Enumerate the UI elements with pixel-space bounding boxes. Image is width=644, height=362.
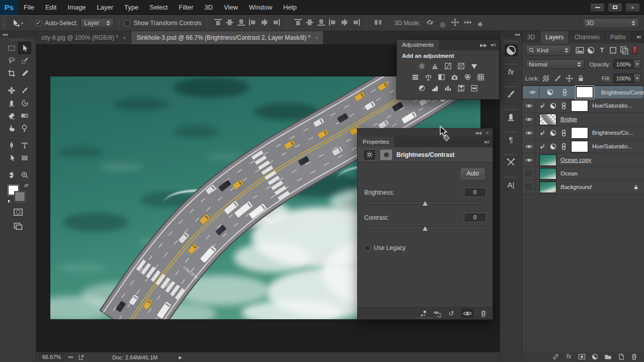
filter-kind-dropdown[interactable]: Kind bbox=[525, 45, 572, 56]
close-button[interactable]: × bbox=[625, 3, 640, 12]
image-filter-icon[interactable] bbox=[575, 46, 585, 55]
panel-tab-3d[interactable]: 3D bbox=[522, 31, 540, 43]
distribute-right-edges[interactable] bbox=[352, 19, 360, 26]
layer-visibility-toggle[interactable] bbox=[522, 140, 536, 153]
type-filter-icon[interactable]: T bbox=[597, 46, 607, 55]
lasso-tool[interactable] bbox=[5, 54, 18, 67]
blend-mode-dropdown[interactable]: Normal bbox=[525, 59, 585, 69]
contrast-value-field[interactable]: 0 bbox=[464, 213, 486, 222]
fill-field[interactable]: 100% ▼ bbox=[613, 73, 641, 83]
lock-move-icon[interactable] bbox=[565, 74, 574, 82]
curves-adjustment-button[interactable] bbox=[443, 61, 453, 71]
color-lookup-adjustment-button[interactable] bbox=[475, 72, 486, 82]
dock-button-character[interactable]: A| bbox=[500, 173, 522, 196]
align-bottom-edges[interactable] bbox=[237, 19, 246, 26]
screen-mode-button[interactable] bbox=[13, 221, 23, 231]
scale-3d-icon[interactable]: ❖ bbox=[475, 20, 485, 29]
layer-visibility-toggle[interactable] bbox=[522, 153, 536, 166]
menu-file[interactable]: File bbox=[18, 4, 40, 11]
layer-row[interactable]: Background bbox=[522, 180, 644, 194]
smudge-tool[interactable] bbox=[5, 122, 18, 134]
adjustment-filter-icon[interactable] bbox=[586, 46, 596, 55]
dock-button-styles[interactable]: fx bbox=[500, 60, 522, 83]
eraser-tool[interactable] bbox=[5, 109, 18, 122]
auto-select-target-dropdown[interactable]: Layer bbox=[80, 18, 114, 28]
lock-all-icon[interactable] bbox=[577, 74, 585, 82]
rectangle-tool[interactable] bbox=[18, 151, 31, 164]
menu-type[interactable]: Type bbox=[119, 4, 144, 11]
distribute-horizontal-centers[interactable] bbox=[340, 19, 349, 26]
menu-edit[interactable]: Edit bbox=[40, 4, 62, 11]
brightness-value-field[interactable]: 0 bbox=[464, 188, 486, 197]
menu-select[interactable]: Select bbox=[144, 4, 173, 11]
current-tool-chip[interactable]: ▾ bbox=[10, 19, 25, 28]
add-layer-mask-icon[interactable] bbox=[578, 353, 586, 360]
roll-3d-icon[interactable]: ◎ bbox=[438, 20, 447, 29]
levels-adjustment-button[interactable] bbox=[430, 61, 440, 71]
view-previous-state-icon[interactable] bbox=[433, 310, 441, 317]
panel-tab-paths[interactable]: Paths bbox=[605, 31, 631, 43]
menu-layer[interactable]: Layer bbox=[92, 4, 119, 11]
hand-tool[interactable] bbox=[5, 168, 18, 181]
selective-color-adjustment-button[interactable] bbox=[469, 83, 479, 93]
layer-mask-thumbnail[interactable] bbox=[576, 86, 593, 98]
layer-visibility-toggle[interactable] bbox=[522, 113, 536, 126]
align-left-edges[interactable] bbox=[249, 19, 257, 26]
brightness-slider[interactable] bbox=[364, 199, 486, 206]
panel-menu-icon[interactable]: ▾≡ bbox=[491, 42, 496, 48]
align-vertical-centers[interactable] bbox=[225, 19, 234, 26]
menu-3d[interactable]: 3D bbox=[199, 4, 218, 11]
clip-to-layer-icon[interactable] bbox=[419, 310, 427, 317]
new-group-icon[interactable] bbox=[604, 353, 612, 360]
layer-row[interactable]: Ocean copy bbox=[522, 153, 644, 167]
layer-visibility-toggle[interactable] bbox=[522, 126, 536, 139]
quick-mask-button[interactable] bbox=[13, 207, 23, 217]
layer-visibility-toggle[interactable] bbox=[522, 167, 536, 180]
layer-mask-thumbnail[interactable] bbox=[571, 141, 588, 152]
crop-tool[interactable] bbox=[5, 67, 18, 79]
tab-adjustments[interactable]: Adjustments bbox=[397, 40, 439, 50]
threshold-adjustment-button[interactable] bbox=[443, 83, 453, 93]
layer-mask-thumbnail[interactable] bbox=[571, 100, 588, 112]
layer-thumbnail[interactable] bbox=[539, 114, 556, 125]
tools-grip[interactable] bbox=[12, 39, 25, 41]
default-colors-icon[interactable] bbox=[8, 200, 13, 204]
smart-filter-icon[interactable] bbox=[619, 46, 629, 55]
link-layers-icon[interactable] bbox=[552, 353, 559, 360]
hue-saturation-adjustment-button[interactable] bbox=[410, 72, 421, 82]
distribute-vertical-centers[interactable] bbox=[305, 19, 314, 26]
gradient-tool[interactable] bbox=[18, 109, 31, 122]
slide-3d-icon[interactable] bbox=[463, 18, 472, 27]
menu-window[interactable]: Window bbox=[244, 4, 278, 11]
expand-panels-button[interactable]: ◀◀ bbox=[500, 31, 522, 38]
pan-3d-icon[interactable] bbox=[450, 18, 460, 27]
dock-button-tool-presets[interactable] bbox=[500, 151, 522, 173]
brightness-contrast-icon[interactable] bbox=[363, 149, 376, 160]
align-horizontal-centers[interactable] bbox=[260, 19, 269, 26]
distribute-top-edges[interactable] bbox=[294, 19, 302, 26]
close-panel-icon[interactable]: × bbox=[486, 130, 489, 136]
path-select-tool[interactable] bbox=[5, 151, 18, 164]
gradient-map-adjustment-button[interactable] bbox=[456, 83, 466, 93]
layer-row[interactable]: Brightness/Contr... bbox=[522, 85, 644, 99]
layer-style-icon[interactable]: fx bbox=[565, 353, 573, 360]
black-white-adjustment-button[interactable] bbox=[436, 72, 447, 82]
panel-tab-channels[interactable]: Channels bbox=[569, 31, 605, 43]
invert-adjustment-button[interactable] bbox=[417, 83, 427, 93]
workspace-switcher[interactable]: 3D bbox=[583, 18, 639, 28]
dock-button-paragraph[interactable]: ¶ bbox=[500, 128, 522, 151]
minimize-button[interactable] bbox=[590, 3, 605, 12]
collapse-tools-button[interactable]: ◀◀ bbox=[0, 31, 36, 38]
layer-visibility-toggle[interactable] bbox=[522, 99, 536, 112]
dock-button-brush-panel[interactable] bbox=[500, 83, 522, 106]
spot-heal-tool[interactable] bbox=[5, 84, 18, 97]
collapse-panel-icon[interactable]: ▶▶ bbox=[480, 43, 487, 48]
dock-button-clone-source[interactable] bbox=[500, 106, 522, 128]
menu-view[interactable]: View bbox=[218, 4, 244, 11]
menu-help[interactable]: Help bbox=[278, 4, 302, 11]
menu-filter[interactable]: Filter bbox=[173, 4, 199, 11]
channel-mixer-adjustment-button[interactable] bbox=[462, 72, 473, 82]
delete-layer-icon[interactable] bbox=[630, 353, 638, 360]
panel-menu-icon[interactable]: ▾≡ bbox=[484, 139, 490, 145]
panel-tab-layers[interactable]: Layers bbox=[540, 31, 569, 43]
